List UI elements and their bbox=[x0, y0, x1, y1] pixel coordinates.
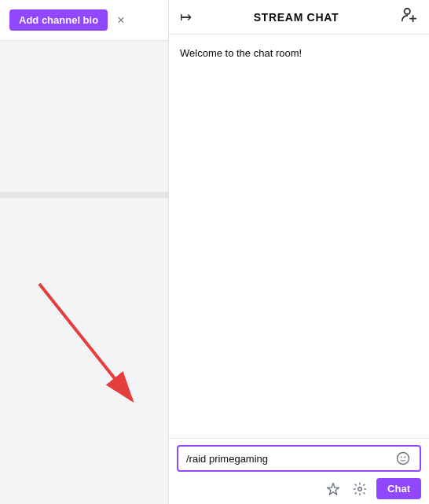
chat-input-wrapper bbox=[177, 445, 421, 472]
left-panel: Add channel bio × bbox=[0, 0, 169, 504]
left-top-bar: Add channel bio × bbox=[0, 0, 168, 41]
chat-send-button[interactable]: Chat bbox=[376, 478, 421, 499]
add-channel-bio-button[interactable]: Add channel bio bbox=[9, 9, 108, 31]
reward-icon-button[interactable] bbox=[323, 479, 343, 499]
chat-actions-bar: Chat bbox=[177, 478, 421, 499]
welcome-message: Welcome to the chat room! bbox=[180, 47, 302, 59]
svg-point-7 bbox=[404, 457, 405, 458]
chat-messages-area: Welcome to the chat room! bbox=[169, 35, 429, 438]
chat-input-area: Chat bbox=[169, 438, 429, 504]
left-content-top bbox=[0, 41, 168, 198]
settings-icon-button[interactable] bbox=[350, 479, 370, 499]
chat-text-input[interactable] bbox=[186, 453, 394, 465]
chat-panel: ↦ STREAM CHAT Welcome to the chat room! bbox=[169, 0, 429, 504]
chat-header: ↦ STREAM CHAT bbox=[169, 0, 429, 35]
emoji-picker-button[interactable] bbox=[394, 451, 412, 465]
close-left-panel-button[interactable]: × bbox=[114, 12, 127, 29]
left-content-bottom bbox=[0, 198, 168, 504]
collapse-chat-icon[interactable]: ↦ bbox=[180, 9, 192, 26]
chat-users-icon[interactable] bbox=[401, 6, 418, 28]
svg-point-2 bbox=[405, 9, 410, 14]
svg-point-6 bbox=[401, 457, 402, 458]
svg-point-8 bbox=[358, 487, 362, 491]
svg-point-5 bbox=[398, 453, 409, 465]
chat-header-title: STREAM CHAT bbox=[254, 11, 339, 24]
